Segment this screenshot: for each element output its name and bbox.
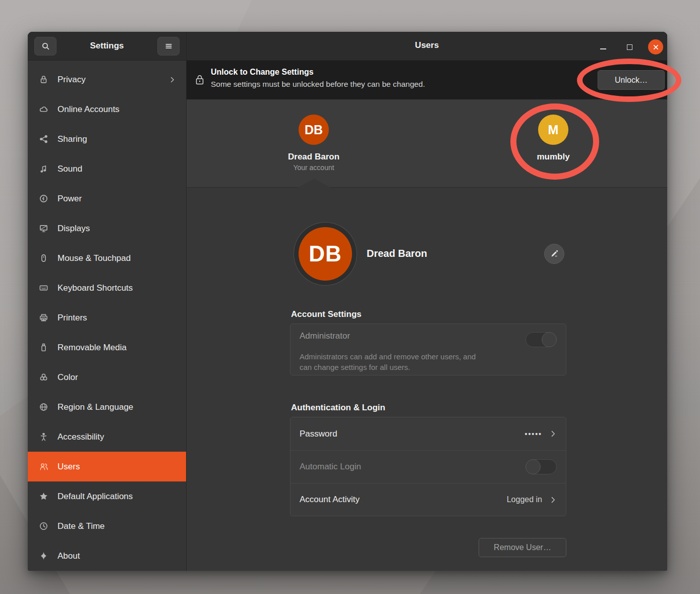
sidebar-item-displays[interactable]: Displays [28, 213, 186, 243]
sidebar-item-label: About [57, 551, 80, 561]
hamburger-menu-icon [164, 42, 173, 50]
sidebar-list: Privacy Online Accounts Sharing Sound Po… [28, 65, 186, 571]
sidebar: Settings Privacy Online Accounts Sharing [28, 32, 187, 571]
chevron-right-icon [167, 76, 177, 83]
sidebar-item-about[interactable]: About [28, 541, 186, 571]
sidebar-item-removable-media[interactable]: Removable Media [28, 333, 186, 362]
star-icon [39, 492, 48, 501]
titlebar[interactable]: Users [187, 32, 667, 61]
administrator-toggle[interactable] [526, 332, 557, 347]
automatic-login-row: Automatic Login [290, 450, 566, 483]
password-label: Password [300, 429, 337, 439]
settings-window: Settings Privacy Online Accounts Sharing [28, 32, 667, 571]
primary-menu-button[interactable] [157, 37, 180, 56]
avatar-initials: M [548, 123, 559, 137]
banner-title: Unlock to Change Settings [211, 68, 314, 77]
profile-avatar[interactable]: DB [299, 227, 352, 281]
user-carousel: DB Dread Baron Your account M mumbly [187, 99, 667, 188]
profile-name: Dread Baron [367, 248, 427, 259]
sidebar-item-privacy[interactable]: Privacy [28, 65, 186, 94]
sidebar-item-color[interactable]: Color [28, 362, 186, 392]
toggle-knob [526, 459, 541, 474]
sidebar-item-mouse-touchpad[interactable]: Mouse & Touchpad [28, 243, 186, 273]
carousel-user-mumbly[interactable]: M mumbly [503, 115, 604, 162]
remove-user-button[interactable]: Remove User… [479, 538, 566, 557]
sidebar-item-label: Users [57, 462, 80, 472]
sidebar-item-label: Online Accounts [57, 104, 120, 115]
carousel-user-name: mumbly [503, 152, 604, 162]
sidebar-item-sharing[interactable]: Sharing [28, 124, 186, 154]
flash-drive-icon [39, 343, 48, 352]
keyboard-icon [39, 283, 48, 293]
minimize-icon [600, 48, 606, 49]
lock-icon [39, 75, 48, 84]
account-settings-heading: Account Settings [291, 309, 362, 319]
administrator-card: Administrator Administrators can add and… [290, 323, 566, 375]
close-button[interactable] [648, 39, 663, 55]
sidebar-item-printers[interactable]: Printers [28, 303, 186, 333]
user-detail-panel: DB Dread Baron Account Settings Administ… [187, 188, 667, 571]
account-activity-value: Logged in [507, 495, 542, 504]
sidebar-item-label: Displays [57, 224, 90, 234]
sparkle-icon [39, 551, 48, 561]
password-dots: ••••• [524, 430, 542, 438]
sidebar-item-accessibility[interactable]: Accessibility [28, 422, 186, 452]
password-row[interactable]: Password ••••• [290, 417, 566, 450]
monitor-icon [39, 224, 48, 233]
sidebar-item-region-language[interactable]: Region & Language [28, 392, 186, 422]
sidebar-title: Settings [90, 41, 124, 51]
content-area: Users Unlock to Change Settings Some set… [187, 32, 667, 571]
account-activity-row[interactable]: Account Activity Logged in [290, 483, 566, 516]
minimize-button[interactable] [596, 39, 611, 55]
unlock-banner: Unlock to Change Settings Some settings … [187, 61, 667, 99]
maximize-button[interactable] [622, 39, 637, 55]
administrator-description: Administrators can add and remove other … [300, 351, 516, 372]
carousel-user-dread-baron[interactable]: DB Dread Baron Your account [263, 115, 364, 172]
padlock-icon [195, 74, 204, 86]
sidebar-item-default-applications[interactable]: Default Applications [28, 481, 186, 511]
profile-avatar-ring: DB [294, 223, 357, 285]
sidebar-item-users[interactable]: Users [28, 452, 186, 481]
selected-user-pointer [298, 179, 331, 188]
chevron-right-icon [549, 430, 557, 438]
sidebar-item-label: Privacy [57, 75, 86, 85]
globe-icon [39, 402, 48, 412]
sidebar-item-label: Sound [57, 164, 82, 174]
power-icon [39, 194, 48, 203]
sidebar-item-sound[interactable]: Sound [28, 154, 186, 184]
sidebar-item-power[interactable]: Power [28, 184, 186, 213]
search-button[interactable] [34, 37, 56, 56]
banner-subtitle: Some settings must be unlocked before th… [211, 80, 425, 89]
account-activity-label: Account Activity [300, 495, 360, 505]
carousel-user-name: Dread Baron [263, 152, 364, 162]
automatic-login-toggle[interactable] [526, 459, 557, 474]
share-nodes-icon [39, 134, 48, 144]
sidebar-item-label: Accessibility [57, 432, 104, 442]
sidebar-item-keyboard-shortcuts[interactable]: Keyboard Shortcuts [28, 273, 186, 303]
color-circles-icon [39, 372, 48, 382]
maximize-icon [627, 44, 632, 50]
edit-name-button[interactable] [544, 244, 564, 264]
cloud-icon [39, 104, 48, 114]
users-icon [39, 462, 48, 471]
unlock-button[interactable]: Unlock… [598, 70, 665, 90]
sidebar-item-label: Sharing [57, 134, 87, 144]
toggle-knob [542, 332, 557, 347]
printer-icon [39, 313, 48, 322]
auth-login-card: Password ••••• Automatic Login Acc [290, 417, 566, 516]
avatar: DB [299, 115, 329, 145]
sidebar-item-online-accounts[interactable]: Online Accounts [28, 94, 186, 124]
sidebar-item-label: Color [57, 372, 78, 383]
sidebar-item-label: Mouse & Touchpad [57, 253, 131, 263]
automatic-login-label: Automatic Login [300, 462, 361, 472]
auth-login-heading: Authentication & Login [291, 403, 385, 413]
sidebar-item-date-time[interactable]: Date & Time [28, 511, 186, 541]
sidebar-item-label: Default Applications [57, 492, 133, 502]
close-icon [653, 44, 659, 50]
sidebar-item-label: Power [57, 194, 82, 204]
carousel-user-subtitle: Your account [263, 164, 364, 172]
mouse-icon [39, 253, 48, 263]
pencil-icon [550, 249, 559, 258]
accessibility-person-icon [39, 432, 48, 442]
administrator-label: Administrator [300, 331, 350, 341]
